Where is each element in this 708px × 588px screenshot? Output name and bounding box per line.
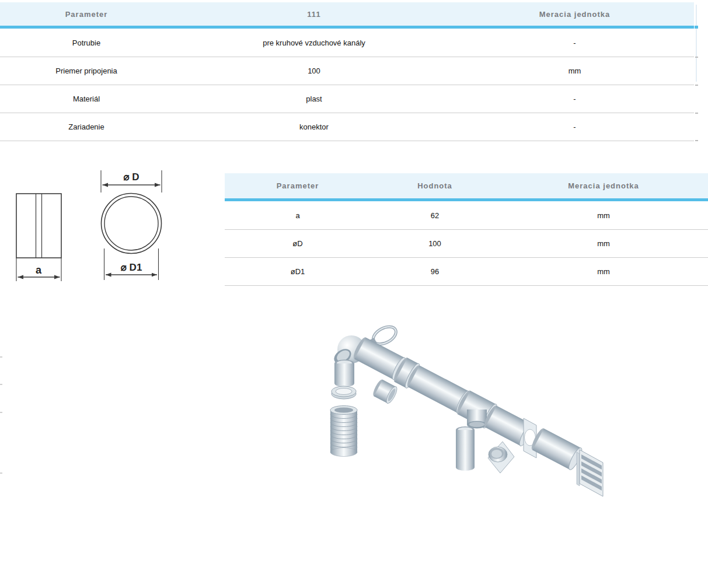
connector-front-view: ⌀ D ⌀ D1 [101,170,162,280]
table1-header-row: Parameter 111 Meracia jednotka [0,2,694,29]
dim-value: 100 [371,230,499,257]
left-edge-remnant-tick [0,356,2,358]
param-value: pre kruhové vzduchové kanály [173,29,455,57]
table1-header-value: 111 [173,2,455,26]
product-parameters-table: Parameter 111 Meracia jednotka Potrubie … [0,2,694,141]
left-edge-remnant-tick [0,384,2,385]
param-value: konektor [173,113,455,141]
dimension-label-a: a [36,264,42,276]
table2-header-hodnota: Hodnota [371,173,499,198]
param-name: Zariadenie [0,113,173,141]
dim-unit: mm [499,230,708,257]
ring-flange-part [332,386,356,399]
table2-header-parameter: Parameter [225,173,371,198]
param-unit: mm [455,57,694,85]
param-unit: - [455,113,694,141]
grille-part [577,450,603,496]
dimensions-table: Parameter Hodnota Meracia jednotka a 62 … [225,173,708,286]
plate-connector-part [488,442,514,473]
dim-value: 62 [371,201,499,229]
table-overflow-separator-fragment [695,85,698,86]
param-value: 100 [173,57,455,85]
table-overflow-separator-fragment [695,113,698,114]
table2-header-unit: Meracia jednotka [499,173,708,198]
table-row: øD 100 mm [225,230,708,258]
table1-header-unit: Meracia jednotka [455,2,694,26]
product-spec-page: { "colors": { "header_bg": "#e8f4fb", "a… [0,0,708,588]
table-overflow-accent-fragment [695,26,698,29]
param-name: Priemer pripojenia [0,57,173,85]
table1-header-parameter: Parameter [0,2,173,26]
table2-header-row: Parameter Hodnota Meracia jednotka [225,173,708,201]
param-unit: - [455,85,694,113]
dim-name: øD1 [225,258,371,285]
table-overflow-separator-fragment [695,57,698,58]
loose-sleeve-part [371,379,399,405]
left-edge-remnant-tick [0,473,2,474]
dimension-label-d: ⌀ D [123,172,139,183]
connector-side-view: a [16,194,61,281]
flexible-duct-part [330,406,357,457]
table-row: a 62 mm [225,201,708,230]
dim-unit: mm [499,201,708,229]
table-row: Zariadenie konektor - [0,113,694,141]
table-overflow-fragment [696,5,697,82]
dim-name: a [225,201,371,229]
table-row: Priemer pripojenia 100 mm [0,57,694,85]
table-row: øD1 96 mm [225,258,708,286]
dim-unit: mm [499,258,708,285]
duct-assembly-illustration [318,318,613,505]
duct-segment-part [529,427,584,471]
dimension-label-d1: ⌀ D1 [121,262,142,273]
param-name: Materiál [0,85,173,113]
wall-plate-part [524,418,536,458]
param-unit: - [455,29,694,57]
table-overflow-separator-fragment [695,140,698,141]
short-duct-part [334,360,354,387]
left-edge-remnant-tick [0,412,2,413]
param-value: plast [173,85,455,113]
dim-value: 96 [371,258,499,285]
dim-name: øD [225,230,371,257]
technical-drawing: a ⌀ D ⌀ D1 [9,169,172,289]
vertical-pipe-part [456,426,475,471]
table-row: Materiál plast - [0,85,694,113]
param-name: Potrubie [0,29,173,57]
table-row: Potrubie pre kruhové vzduchové kanály - [0,29,694,57]
